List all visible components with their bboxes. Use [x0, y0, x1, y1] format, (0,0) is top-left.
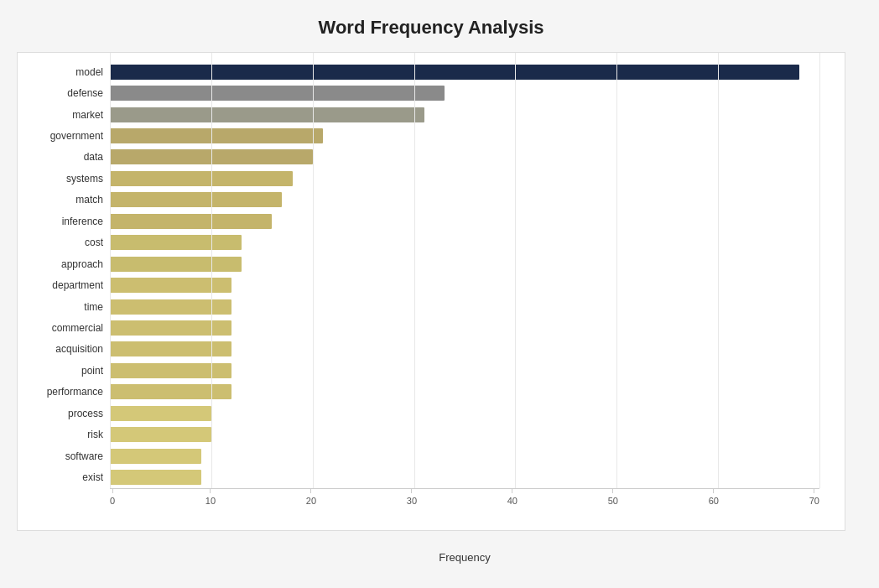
x-tick-line: [512, 489, 512, 493]
x-tick: 10: [205, 489, 216, 506]
x-tick-line: [411, 489, 412, 493]
x-tick-line: [612, 489, 613, 493]
bar-row: cost: [110, 233, 819, 252]
x-tick-value: 50: [608, 496, 618, 506]
bar-row: commercial: [110, 319, 819, 337]
bar: [110, 107, 424, 122]
bar: [110, 341, 231, 356]
x-axis-label: Frequency: [110, 551, 819, 564]
x-axis: 0 10 20 30 40 50 60 70 Frequency: [110, 488, 819, 530]
bar-row: data: [110, 148, 819, 166]
bar: [110, 149, 313, 164]
bar-label: commercial: [26, 322, 110, 334]
bar-label: cost: [26, 237, 110, 248]
bar: [110, 86, 445, 101]
chart-title: Word Frequency Analysis: [17, 17, 845, 39]
bar-row: model: [110, 63, 819, 81]
x-tick: 40: [507, 489, 518, 506]
x-tick-line: [112, 489, 113, 493]
bar-row: risk: [110, 425, 819, 444]
bar: [110, 128, 323, 143]
bar: [110, 406, 211, 421]
x-tick: 30: [407, 489, 417, 506]
x-tick: 60: [709, 489, 719, 506]
bar-label: exist: [26, 471, 110, 483]
x-tick: 0: [110, 489, 115, 506]
x-tick-line: [713, 489, 714, 493]
bar: [110, 363, 231, 378]
bar: [110, 384, 231, 399]
x-tick-value: 0: [110, 496, 115, 506]
bar: [110, 299, 231, 315]
bar-row: defense: [110, 84, 819, 102]
bar-label: data: [26, 151, 110, 163]
bar-label: match: [26, 194, 110, 206]
bar-label: inference: [26, 216, 110, 227]
bar-label: market: [26, 109, 110, 121]
bar-label: department: [26, 279, 110, 291]
x-tick: 70: [809, 489, 819, 506]
bars-section: modeldefensemarketgovernmentdatasystemsm…: [110, 61, 819, 488]
bar-label: government: [26, 130, 110, 142]
bar: [110, 235, 242, 250]
bar-row: government: [110, 127, 819, 145]
chart-container: Word Frequency Analysis modeldefensemark…: [0, 0, 879, 588]
bar-label: model: [26, 66, 110, 78]
bar-label: defense: [26, 87, 110, 99]
bar-label: acquisition: [26, 343, 110, 355]
x-tick-line: [210, 489, 211, 493]
bar-label: time: [26, 301, 110, 313]
bar-row: performance: [110, 382, 819, 401]
bar: [110, 427, 211, 442]
bar: [110, 214, 272, 229]
bar: [110, 257, 242, 272]
bar-label: point: [26, 365, 110, 377]
grid-line: [819, 53, 820, 488]
bar-row: department: [110, 276, 819, 294]
bar-label: process: [26, 408, 110, 419]
x-tick-line: [814, 489, 814, 493]
bar: [110, 192, 282, 207]
bar: [110, 449, 201, 464]
bar: [110, 171, 293, 186]
bar-row: time: [110, 298, 819, 316]
bar-label: performance: [26, 386, 110, 398]
x-tick-value: 40: [507, 496, 518, 506]
x-tick-value: 10: [205, 496, 216, 506]
x-tick-value: 60: [709, 496, 719, 506]
bar-row: exist: [110, 468, 819, 487]
chart-area: modeldefensemarketgovernmentdatasystemsm…: [17, 52, 845, 531]
bar-row: market: [110, 106, 819, 124]
x-tick-value: 20: [306, 496, 316, 506]
bar-row: match: [110, 190, 819, 209]
bar-row: process: [110, 404, 819, 423]
bar-label: software: [26, 450, 110, 462]
x-tick-line: [310, 489, 311, 493]
bar-row: approach: [110, 255, 819, 273]
bar: [110, 320, 231, 336]
bar-label: systems: [26, 173, 110, 185]
bar: [110, 470, 201, 485]
bar: [110, 278, 231, 293]
x-ticks: 0 10 20 30 40 50 60 70: [110, 489, 819, 506]
bar-row: software: [110, 447, 819, 466]
x-tick-value: 70: [809, 496, 819, 506]
bar-label: risk: [26, 429, 110, 440]
x-tick-value: 30: [407, 496, 417, 506]
bar-row: systems: [110, 169, 819, 188]
bar: [110, 65, 799, 80]
x-tick: 20: [306, 489, 316, 506]
bar-row: point: [110, 362, 819, 380]
x-tick: 50: [608, 489, 618, 506]
bar-row: acquisition: [110, 340, 819, 358]
bar-label: approach: [26, 258, 110, 270]
bar-row: inference: [110, 212, 819, 231]
